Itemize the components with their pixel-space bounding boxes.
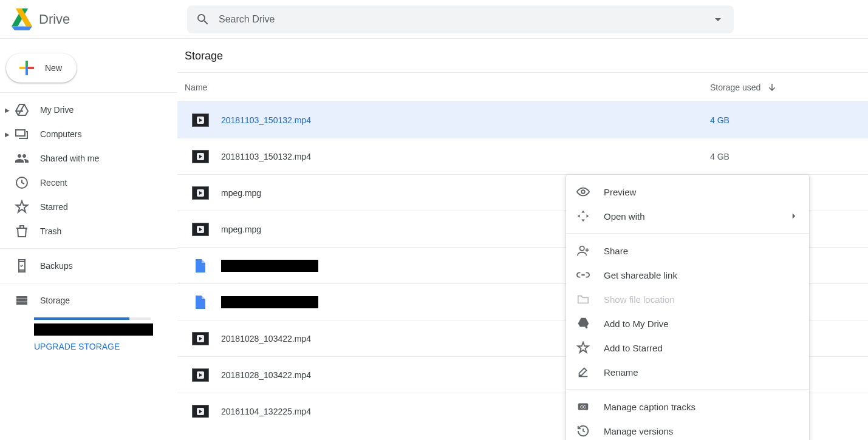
storage-bar (34, 317, 151, 320)
context-menu-item-history[interactable]: Manage versions (566, 419, 809, 440)
context-menu-item-person-add[interactable]: Share (566, 239, 809, 263)
sidebar-item-recent[interactable]: ▶Recent (0, 171, 177, 195)
cc-icon: CC (576, 399, 590, 414)
dropdown-icon[interactable] (711, 12, 725, 27)
backups-icon (15, 259, 29, 273)
context-menu-divider (566, 233, 809, 234)
document-file-icon (196, 296, 205, 309)
sidebar-item-label: Recent (40, 178, 67, 188)
new-button-label: New (45, 63, 62, 73)
file-row[interactable]: 20181103_150132.mp44 GB (177, 102, 868, 138)
context-menu-item-cc[interactable]: CCManage caption tracks (566, 394, 809, 419)
search-icon (196, 12, 210, 27)
sidebar-item-storage[interactable]: Storage (0, 288, 177, 313)
sidebar-item-label: Trash (40, 226, 61, 236)
file-size: 4 GB (710, 152, 868, 161)
file-name-redacted (221, 260, 318, 272)
file-name-redacted (221, 296, 318, 308)
pencil-icon (576, 365, 590, 379)
context-menu-label: Manage versions (604, 426, 799, 436)
header: Drive (0, 0, 868, 39)
sidebar: New ▶My Drive▶Computers▶Shared with me▶R… (0, 39, 177, 440)
page-title: Storage (177, 39, 868, 72)
context-menu-label: Preview (604, 187, 799, 197)
trash-icon (15, 224, 29, 239)
link-icon (576, 268, 590, 282)
svg-point-2 (580, 246, 584, 251)
video-file-icon (192, 332, 209, 345)
folder-icon (576, 292, 590, 306)
sidebar-item-trash[interactable]: ▶Trash (0, 219, 177, 243)
document-file-icon (196, 259, 205, 272)
context-menu-divider (566, 389, 809, 390)
computers-icon (15, 127, 29, 141)
video-file-icon (192, 405, 209, 418)
context-menu-item-pencil[interactable]: Rename (566, 360, 809, 384)
history-icon (576, 424, 590, 438)
context-menu-item-star[interactable]: Add to Starred (566, 336, 809, 360)
sort-arrow-down-icon (767, 82, 777, 93)
storage-usage-redacted (34, 323, 153, 336)
drive-logo-icon (10, 7, 34, 32)
context-menu: PreviewOpen withShareGet shareable linkS… (566, 175, 809, 440)
eye-icon (576, 184, 590, 199)
file-name: 20181103_150132.mp4 (221, 152, 710, 161)
video-file-icon (192, 368, 209, 382)
context-menu-item-open-with[interactable]: Open with (566, 204, 809, 228)
context-menu-label: Show file location (604, 294, 799, 305)
context-menu-item-eye[interactable]: Preview (566, 180, 809, 204)
svg-text:CC: CC (580, 405, 586, 409)
column-size[interactable]: Storage used (710, 82, 868, 93)
context-menu-item-link[interactable]: Get shareable link (566, 263, 809, 287)
chevron-right-icon: ▶ (1, 107, 13, 113)
search-input[interactable] (219, 14, 711, 25)
context-menu-item-drive-add[interactable]: Add to My Drive (566, 311, 809, 336)
sidebar-item-label: Computers (40, 129, 81, 139)
context-menu-label: Open with (604, 211, 788, 222)
chevron-right-icon: ▶ (1, 131, 13, 138)
context-menu-label: Manage caption tracks (604, 402, 799, 412)
context-menu-label: Get shareable link (604, 270, 799, 280)
context-menu-label: Add to Starred (604, 343, 799, 353)
star-icon (576, 340, 590, 355)
plus-icon (16, 57, 38, 79)
new-button[interactable]: New (6, 53, 77, 83)
video-file-icon (192, 223, 209, 236)
storage-icon (15, 293, 29, 308)
star-icon (15, 200, 29, 214)
sidebar-item-label: My Drive (40, 105, 73, 115)
svg-point-1 (581, 190, 585, 194)
recent-icon (15, 175, 29, 190)
sidebar-item-backups[interactable]: Backups (0, 254, 177, 278)
drive-icon (15, 103, 29, 117)
video-file-icon (192, 150, 209, 163)
sidebar-item-star[interactable]: ▶Starred (0, 195, 177, 219)
chevron-right-icon (788, 211, 799, 222)
search-bar[interactable] (187, 5, 734, 33)
sidebar-item-label: Shared with me (40, 154, 99, 163)
upgrade-storage-link[interactable]: UPGRADE STORAGE (34, 342, 177, 351)
app-name: Drive (39, 12, 70, 27)
video-file-icon (192, 186, 209, 200)
table-header: Name Storage used (177, 73, 868, 102)
sidebar-item-drive[interactable]: ▶My Drive (0, 98, 177, 122)
video-file-icon (192, 113, 209, 127)
shared-icon (15, 151, 29, 166)
main-content: Storage Name Storage used 20181103_15013… (177, 39, 868, 440)
open-with-icon (576, 209, 590, 223)
logo[interactable]: Drive (10, 7, 187, 32)
drive-add-icon (576, 316, 590, 331)
person-add-icon (576, 243, 590, 258)
sidebar-item-label: Starred (40, 202, 68, 212)
context-menu-label: Share (604, 246, 799, 256)
column-name[interactable]: Name (185, 83, 710, 92)
context-menu-label: Add to My Drive (604, 319, 799, 329)
file-row[interactable]: 20181103_150132.mp44 GB (177, 138, 868, 175)
context-menu-label: Rename (604, 367, 799, 377)
context-menu-item-folder: Show file location (566, 287, 809, 311)
file-size: 4 GB (710, 115, 868, 125)
sidebar-item-computers[interactable]: ▶Computers (0, 122, 177, 146)
sidebar-item-shared[interactable]: ▶Shared with me (0, 146, 177, 171)
file-name: 20181103_150132.mp4 (221, 115, 710, 125)
